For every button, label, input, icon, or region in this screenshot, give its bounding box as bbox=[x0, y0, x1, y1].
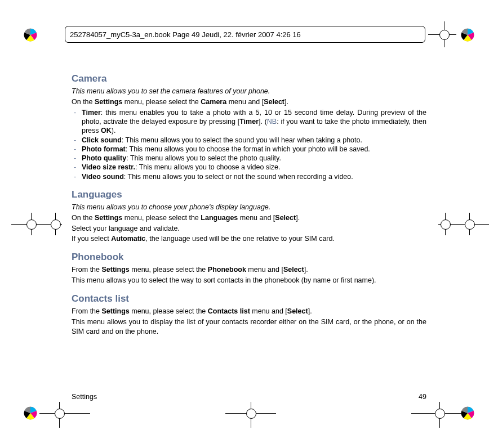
text-bold: Select bbox=[287, 307, 308, 315]
camera-select-line: On the Settings menu, please select the … bbox=[72, 97, 426, 107]
camera-feature-list: Timer: this menu enables you to take a p… bbox=[72, 108, 426, 181]
phonebook-line1: From the Settings menu, please select th… bbox=[72, 265, 426, 275]
reg-mark-color-bl bbox=[24, 406, 37, 420]
page-footer: Settings 49 bbox=[72, 393, 426, 401]
section-heading-phonebook: Phonebook bbox=[72, 252, 426, 263]
text-bold: Video size restr. bbox=[82, 163, 135, 171]
crosshair-icon bbox=[428, 26, 456, 43]
text: menu and [ bbox=[238, 214, 275, 222]
text: menu, please select the bbox=[122, 214, 201, 222]
text: : This menu allows you to select the pho… bbox=[126, 154, 281, 162]
text: menu, please select the bbox=[130, 307, 208, 315]
crosshair-icon bbox=[411, 402, 462, 430]
text-nb: NB bbox=[267, 118, 277, 126]
text: ]. bbox=[308, 307, 312, 315]
text-bold: Photo format bbox=[82, 145, 126, 153]
text: menu and [ bbox=[246, 266, 283, 274]
text-bold: Timer bbox=[239, 118, 259, 126]
text-bold: Automatic bbox=[111, 235, 145, 243]
reg-mark-color-tr bbox=[461, 28, 474, 42]
footer-section-name: Settings bbox=[72, 393, 97, 401]
section-heading-contacts: Contacts list bbox=[72, 293, 426, 304]
text-bold: Languages bbox=[201, 214, 238, 222]
text: ]. ( bbox=[259, 118, 267, 126]
text-bold: Camera bbox=[201, 98, 226, 106]
text-bold: Settings bbox=[102, 307, 130, 315]
text: menu and [ bbox=[250, 307, 287, 315]
text-bold: Photo quality bbox=[82, 154, 126, 162]
text: menu, please select the bbox=[130, 266, 208, 274]
list-item: Photo quality: This menu allows you to s… bbox=[72, 154, 426, 163]
text-bold: Select bbox=[275, 214, 296, 222]
text: ]. bbox=[284, 98, 288, 106]
crosshair-icon bbox=[438, 213, 489, 235]
text: : This menu allows you to choose the for… bbox=[126, 145, 370, 153]
text: : This menu allows you to select or not … bbox=[124, 173, 353, 181]
page-header-band: 252784057_myC5-3a_en.book Page 49 Jeudi,… bbox=[65, 26, 425, 43]
crosshair-icon bbox=[39, 402, 90, 430]
text: menu, please select the bbox=[122, 98, 201, 106]
text: menu and [ bbox=[226, 98, 264, 106]
text-bold: Settings bbox=[95, 98, 122, 106]
list-item: Timer: this menu enables you to take a p… bbox=[72, 108, 426, 136]
text: If you select bbox=[72, 235, 111, 243]
camera-intro: This menu allows you to set the camera f… bbox=[72, 87, 426, 96]
reg-mark-color-tl bbox=[24, 28, 37, 42]
text: , the language used will be the one rela… bbox=[145, 235, 335, 243]
text-bold: OK bbox=[101, 127, 112, 135]
text: : This menu allows you to select the sou… bbox=[122, 136, 362, 144]
list-item: Video size restr.: This menu allows you … bbox=[72, 163, 426, 172]
text: ]. bbox=[304, 266, 308, 274]
text-bold: Settings bbox=[95, 214, 122, 222]
footer-page-number: 49 bbox=[419, 393, 426, 401]
page-body: Camera This menu allows you to set the c… bbox=[72, 73, 426, 338]
text: On the bbox=[72, 214, 95, 222]
reg-mark-color-br bbox=[461, 406, 474, 420]
languages-intro: This menu allows you to choose your phon… bbox=[72, 203, 426, 212]
section-heading-languages: Languages bbox=[72, 189, 426, 200]
text: On the bbox=[72, 98, 95, 106]
text: : This menu allows you to choose a video… bbox=[135, 163, 281, 171]
languages-line2: Select your language and validate. bbox=[72, 224, 426, 234]
text: ). bbox=[112, 127, 116, 135]
languages-line1: On the Settings menu, please select the … bbox=[72, 213, 426, 223]
text-bold: Settings bbox=[102, 266, 130, 274]
text-bold: Video sound bbox=[82, 173, 124, 181]
text-bold: Click sound bbox=[82, 136, 122, 144]
crosshair-icon bbox=[11, 213, 62, 235]
text-bold: Select bbox=[283, 266, 304, 274]
list-item: Photo format: This menu allows you to ch… bbox=[72, 145, 426, 154]
text-bold: Select bbox=[264, 98, 284, 106]
contacts-line2: This menu allows you to display the list… bbox=[72, 317, 426, 337]
text-bold: Contacts list bbox=[208, 307, 250, 315]
crosshair-icon bbox=[225, 402, 276, 430]
text: From the bbox=[72, 307, 102, 315]
header-text: 252784057_myC5-3a_en.book Page 49 Jeudi,… bbox=[70, 30, 301, 39]
phonebook-line2: This menu allows you to select the way t… bbox=[72, 276, 426, 285]
list-item: Click sound: This menu allows you to sel… bbox=[72, 136, 426, 145]
contacts-line1: From the Settings menu, please select th… bbox=[72, 307, 426, 316]
text-bold: Phonebook bbox=[208, 266, 246, 274]
text: ]. bbox=[296, 214, 300, 222]
section-heading-camera: Camera bbox=[72, 73, 426, 84]
text-bold: Timer bbox=[82, 109, 101, 117]
text: From the bbox=[72, 266, 102, 274]
list-item: Video sound: This menu allows you to sel… bbox=[72, 172, 426, 181]
languages-line3: If you select Automatic, the language us… bbox=[72, 234, 426, 244]
